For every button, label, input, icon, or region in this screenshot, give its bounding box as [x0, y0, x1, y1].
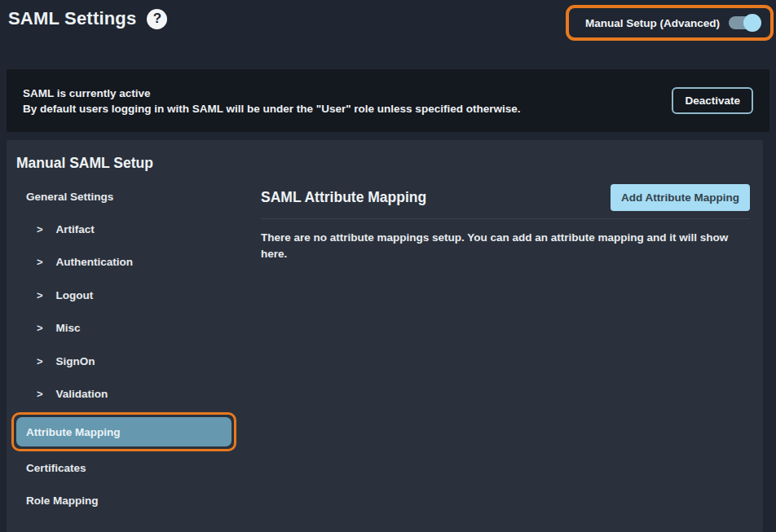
manual-setup-toggle-label: Manual Setup (Advanced) [585, 17, 720, 29]
annotation-box-attribute-mapping: Attribute Mapping [11, 412, 236, 451]
content-heading: SAML Attribute Mapping [261, 189, 426, 206]
nav-item-label: Artifact [56, 223, 95, 235]
chevron-right-icon: > [37, 322, 43, 335]
nav-item-label: SignOn [56, 355, 95, 367]
empty-state-text: There are no attribute mappings setup. Y… [261, 230, 750, 262]
chevron-right-icon: > [37, 256, 43, 269]
add-attribute-mapping-button[interactable]: Add Attribute Mapping [611, 184, 750, 211]
manual-saml-setup-panel: Manual SAML Setup General Settings > Art… [7, 140, 763, 532]
nav-item-label: Authentication [56, 256, 134, 268]
panel-body: General Settings > Artifact > Authentica… [7, 180, 763, 517]
saml-active-banner: SAML is currently active By default user… [7, 69, 769, 132]
manual-setup-toggle[interactable] [729, 16, 760, 29]
nav-item-authentication[interactable]: > Authentication [7, 246, 261, 279]
chevron-right-icon: > [37, 388, 43, 401]
page-header: SAML Settings ? [8, 8, 167, 29]
banner-text: SAML is currently active By default user… [23, 86, 672, 117]
nav-item-misc[interactable]: > Misc [7, 312, 261, 345]
nav-item-logout[interactable]: > Logout [7, 279, 261, 312]
nav-item-validation[interactable]: > Validation [7, 378, 261, 411]
nav-item-role-mapping[interactable]: Role Mapping [7, 484, 261, 517]
nav-item-label: Certificates [26, 462, 86, 474]
nav-item-artifact[interactable]: > Artifact [7, 213, 261, 246]
nav-item-label: Validation [56, 388, 108, 400]
help-icon[interactable]: ? [147, 9, 167, 29]
nav-item-label: Attribute Mapping [26, 426, 120, 438]
nav-item-general-settings[interactable]: General Settings [7, 180, 261, 213]
nav-item-attribute-mapping[interactable]: Attribute Mapping [16, 417, 231, 446]
banner-title: SAML is currently active [23, 86, 672, 101]
nav-item-signon[interactable]: > SignOn [7, 345, 261, 378]
page-title: SAML Settings [8, 8, 136, 29]
chevron-right-icon: > [37, 222, 43, 235]
banner-subtitle: By default users logging in with SAML wi… [23, 101, 672, 117]
chevron-right-icon: > [37, 288, 43, 301]
content-header: SAML Attribute Mapping Add Attribute Map… [261, 184, 750, 211]
annotation-box-manual-setup: Manual Setup (Advanced) [566, 5, 774, 41]
deactivate-button[interactable]: Deactivate [672, 87, 753, 114]
toggle-knob [743, 14, 761, 32]
attribute-mapping-content: SAML Attribute Mapping Add Attribute Map… [261, 180, 763, 517]
nav-item-label: Misc [56, 322, 81, 334]
divider [261, 218, 750, 219]
saml-setup-nav: General Settings > Artifact > Authentica… [7, 180, 261, 517]
nav-item-label: Role Mapping [26, 495, 99, 507]
chevron-right-icon: > [37, 354, 43, 367]
panel-heading: Manual SAML Setup [7, 140, 763, 172]
nav-item-label: General Settings [26, 191, 113, 203]
nav-item-certificates[interactable]: Certificates [7, 451, 261, 484]
nav-item-label: Logout [56, 289, 94, 301]
